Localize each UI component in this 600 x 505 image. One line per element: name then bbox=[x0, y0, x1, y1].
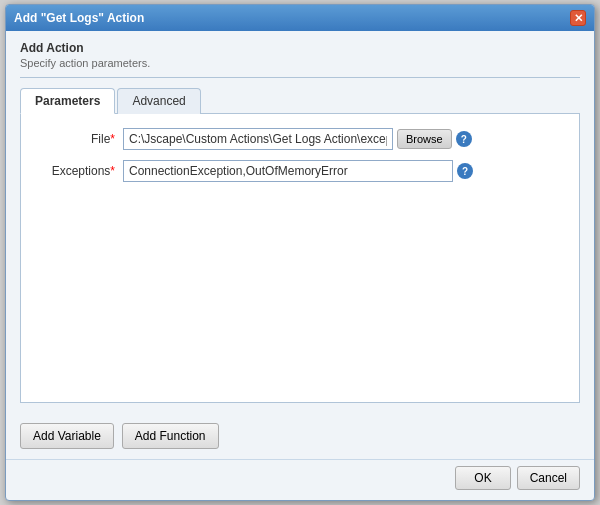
file-row: File* Browse ? bbox=[35, 128, 565, 150]
action-buttons: Add Variable Add Function bbox=[6, 413, 594, 459]
dialog-footer: OK Cancel bbox=[6, 459, 594, 500]
cancel-button[interactable]: Cancel bbox=[517, 466, 580, 490]
add-variable-button[interactable]: Add Variable bbox=[20, 423, 114, 449]
tab-advanced[interactable]: Advanced bbox=[117, 88, 200, 114]
exceptions-help-icon[interactable]: ? bbox=[457, 163, 473, 179]
exceptions-row: Exceptions* ? bbox=[35, 160, 565, 182]
tab-content-parameters: File* Browse ? Exceptions* ? bbox=[20, 113, 580, 403]
ok-button[interactable]: OK bbox=[455, 466, 510, 490]
exceptions-input[interactable] bbox=[123, 160, 453, 182]
dialog-body: Add Action Specify action parameters. Pa… bbox=[6, 31, 594, 413]
tab-parameters[interactable]: Parameters bbox=[20, 88, 115, 114]
close-button[interactable]: ✕ bbox=[570, 10, 586, 26]
add-function-button[interactable]: Add Function bbox=[122, 423, 219, 449]
tabs-bar: Parameters Advanced bbox=[20, 88, 580, 114]
browse-button[interactable]: Browse bbox=[397, 129, 452, 149]
section-subtitle: Specify action parameters. bbox=[20, 57, 580, 69]
section-title: Add Action bbox=[20, 41, 580, 55]
exceptions-label: Exceptions* bbox=[35, 164, 115, 178]
file-input[interactable] bbox=[123, 128, 393, 150]
divider bbox=[20, 77, 580, 78]
file-label: File* bbox=[35, 132, 115, 146]
file-help-icon[interactable]: ? bbox=[456, 131, 472, 147]
dialog: Add "Get Logs" Action ✕ Add Action Speci… bbox=[5, 4, 595, 501]
exceptions-required-marker: * bbox=[110, 164, 115, 178]
titlebar: Add "Get Logs" Action ✕ bbox=[6, 5, 594, 31]
file-required-marker: * bbox=[110, 132, 115, 146]
dialog-title: Add "Get Logs" Action bbox=[14, 11, 144, 25]
